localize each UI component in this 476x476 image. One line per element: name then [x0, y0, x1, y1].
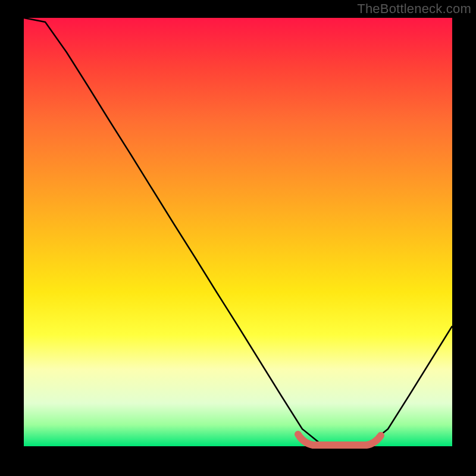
curve-svg [24, 18, 452, 446]
chart-frame: TheBottleneck.com [0, 0, 476, 476]
watermark-text: TheBottleneck.com [357, 1, 471, 17]
main-curve [24, 18, 452, 446]
plot-area [24, 18, 452, 446]
